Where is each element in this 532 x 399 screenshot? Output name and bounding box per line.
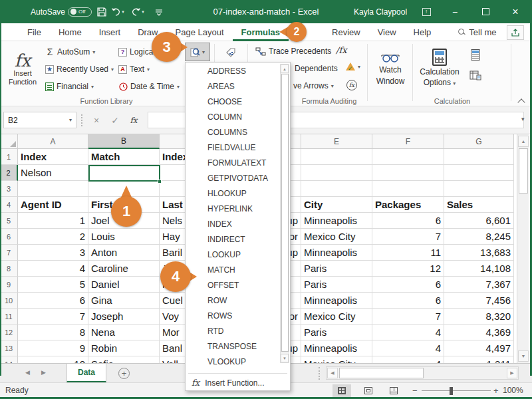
- menu-item-choose[interactable]: CHOOSE: [186, 94, 279, 110]
- logical-button[interactable]: ? Logical: [118, 45, 155, 59]
- cell-A9[interactable]: 5: [18, 277, 88, 293]
- zoom-slider-thumb[interactable]: [450, 387, 453, 395]
- cell-F6[interactable]: 7: [372, 229, 444, 245]
- row-header-2[interactable]: 2: [0, 165, 18, 181]
- maximize-button[interactable]: [471, 0, 500, 23]
- tab-help[interactable]: Help: [405, 23, 440, 41]
- zoom-out-button[interactable]: −: [412, 386, 418, 396]
- cell-A12[interactable]: 8: [18, 325, 88, 340]
- row-header-4[interactable]: 4: [0, 197, 18, 213]
- row-header-5[interactable]: 5: [0, 213, 18, 229]
- menu-item-transpose[interactable]: TRANSPOSE: [186, 339, 279, 354]
- menu-item-offset[interactable]: OFFSET: [186, 278, 279, 293]
- column-header-E[interactable]: E: [301, 134, 372, 149]
- name-box[interactable]: B2 ▾: [3, 112, 76, 128]
- row-header-3[interactable]: 3: [0, 181, 18, 197]
- row-header-12[interactable]: 12: [0, 325, 18, 340]
- cell-E9[interactable]: Paris: [301, 277, 372, 293]
- ribbon-display-options-button[interactable]: ↑: [418, 0, 435, 23]
- cell-G11[interactable]: 8,320: [444, 309, 514, 325]
- column-header-A[interactable]: A: [18, 134, 88, 149]
- cell-F2[interactable]: [372, 165, 444, 181]
- cancel-button[interactable]: ×: [88, 112, 105, 128]
- sheet-nav-right-icon[interactable]: ▶: [41, 369, 46, 376]
- cell-F5[interactable]: 6: [372, 213, 444, 229]
- menu-item-vlookup[interactable]: VLOOKUP: [186, 354, 279, 370]
- redo-button[interactable]: ▾: [130, 0, 145, 23]
- menu-item-hyperlink[interactable]: HYPERLINK: [186, 201, 279, 217]
- menu-item-rows[interactable]: ROWS: [186, 309, 279, 324]
- close-button[interactable]: ×: [501, 0, 530, 23]
- cell-A11[interactable]: 7: [18, 309, 88, 325]
- cell-G2[interactable]: [444, 165, 514, 181]
- menu-item-indirect[interactable]: INDIRECT: [186, 232, 279, 247]
- cell-E12[interactable]: Paris: [301, 325, 372, 340]
- financial-button[interactable]: Financial ▾: [45, 80, 94, 93]
- scroll-up-icon[interactable]: ▲: [518, 136, 529, 147]
- column-header-B[interactable]: B: [88, 134, 160, 149]
- cell-E7[interactable]: Minneapolis: [301, 245, 372, 261]
- cell-F10[interactable]: 6: [372, 293, 444, 309]
- cell-B11[interactable]: Joseph: [88, 309, 160, 325]
- scroll-right-icon[interactable]: ▶: [507, 368, 517, 378]
- cell-F14[interactable]: 4: [372, 356, 444, 363]
- cell-B8[interactable]: Caroline: [88, 261, 160, 277]
- cell-F4[interactable]: Packages: [372, 197, 444, 213]
- share-button[interactable]: [507, 25, 524, 40]
- show-formulas-button[interactable]: ∕fx: [336, 45, 347, 55]
- cell-B14[interactable]: Sofia: [88, 356, 160, 363]
- cell-E6[interactable]: Mexico City: [301, 229, 372, 245]
- menu-item-areas[interactable]: AREAS: [186, 79, 279, 94]
- cell-A5[interactable]: 1: [18, 213, 88, 229]
- cell-E3[interactable]: [301, 181, 372, 197]
- remove-arrows-button[interactable]: ve Arrows ▾: [293, 81, 334, 90]
- tab-file[interactable]: File: [19, 23, 50, 41]
- menu-item-index[interactable]: INDEX: [186, 217, 279, 232]
- tab-insert[interactable]: Insert: [90, 23, 130, 41]
- cell-G6[interactable]: 8,245: [444, 229, 514, 245]
- column-header-G[interactable]: G: [444, 134, 514, 149]
- minimize-button[interactable]: −: [440, 0, 469, 23]
- trace-precedents-button[interactable]: Trace Precedents: [255, 47, 331, 56]
- cell-B1[interactable]: Match: [88, 149, 160, 165]
- autosum-button[interactable]: Σ AutoSum ▾: [45, 45, 95, 59]
- cell-F7[interactable]: 11: [372, 245, 444, 261]
- customize-quick-access-button[interactable]: [152, 0, 166, 23]
- cell-B10[interactable]: Gina: [88, 293, 160, 309]
- vertical-scroll-thumb[interactable]: [519, 148, 528, 194]
- insert-function-fx-button[interactable]: fx: [125, 112, 142, 128]
- cell-E8[interactable]: Paris: [301, 261, 372, 277]
- tab-review[interactable]: Review: [323, 23, 369, 41]
- trace-dependents-button[interactable]: Dependents: [295, 64, 338, 73]
- dropdown-scrollbar[interactable]: ▲ ▼: [280, 64, 289, 363]
- cell-G5[interactable]: 6,601: [444, 213, 514, 229]
- formula-bar-expand-icon[interactable]: ▾: [521, 116, 525, 122]
- cell-A3[interactable]: [18, 181, 88, 197]
- menu-item-fieldvalue[interactable]: FIELDVALUE: [186, 140, 279, 156]
- calculate-now-button[interactable]: [471, 49, 480, 61]
- menu-item-getpivotdata[interactable]: GETPIVOTDATA: [186, 171, 279, 186]
- cell-F8[interactable]: 12: [372, 261, 444, 277]
- cell-A7[interactable]: 3: [18, 245, 88, 261]
- menu-item-row[interactable]: ROW: [186, 293, 279, 309]
- autosave-toggle[interactable]: Off: [68, 0, 92, 23]
- sheet-nav-left-icon[interactable]: ◀: [25, 369, 30, 376]
- row-header-8[interactable]: 8: [0, 261, 18, 277]
- menu-item-rtd[interactable]: RTD: [186, 324, 279, 339]
- cell-A10[interactable]: 6: [18, 293, 88, 309]
- row-header-9[interactable]: 9: [0, 277, 18, 293]
- cell-A8[interactable]: 4: [18, 261, 88, 277]
- lookup-reference-button[interactable]: ▾: [185, 43, 210, 61]
- cell-B9[interactable]: Daniel: [88, 277, 160, 293]
- cell-E14[interactable]: Mexico City: [301, 356, 372, 363]
- cell-F13[interactable]: 4: [372, 340, 444, 356]
- dropdown-scroll-down-icon[interactable]: ▼: [281, 354, 289, 362]
- cell-E2[interactable]: [301, 165, 372, 181]
- cell-A13[interactable]: 9: [18, 340, 88, 356]
- date-time-button[interactable]: Date & Time ▾: [118, 80, 180, 93]
- cell-E4[interactable]: City: [301, 197, 372, 213]
- page-layout-view-button[interactable]: [359, 384, 378, 397]
- cell-E1[interactable]: [301, 149, 372, 165]
- cell-G4[interactable]: Sales: [444, 197, 514, 213]
- cell-G9[interactable]: 7,367: [444, 277, 514, 293]
